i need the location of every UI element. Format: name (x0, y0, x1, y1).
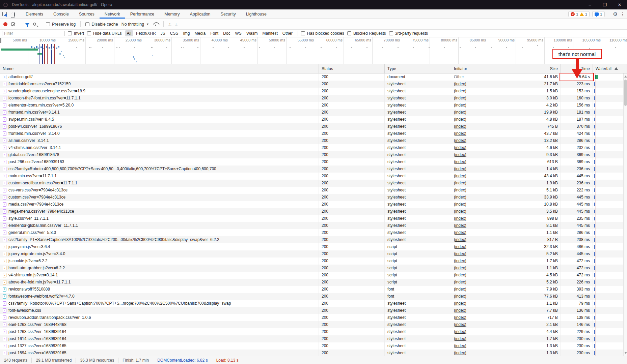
filter-chip-other[interactable]: Other (280, 30, 295, 36)
table-row[interactable]: ∕frontend.min.css?ver=3.14.0200styleshee… (0, 130, 627, 137)
initiator-link[interactable]: (index) (454, 158, 466, 165)
initiator-link[interactable]: (index) (454, 95, 466, 102)
table-row[interactable]: ∕post-94.css?ver=1689918676200stylesheet… (0, 123, 627, 130)
table-row[interactable]: ∕revolution.addon.transitionpack.css?ver… (0, 314, 627, 321)
column-header-waterfall[interactable]: Waterfall (593, 64, 627, 73)
filter-chip-img[interactable]: Img (181, 30, 192, 36)
sort-ascending-icon[interactable] (615, 67, 618, 70)
checkbox-icon[interactable] (301, 31, 305, 35)
table-row[interactable]: ∕formidableforms.css?ver=7152159200style… (0, 81, 627, 88)
table-row[interactable]: ∕css?family=PT+Sans+Caption%3A100%2C100i… (0, 236, 627, 243)
filter-chip-font[interactable]: Font (208, 30, 220, 36)
initiator-link[interactable]: (index) (454, 165, 466, 173)
initiator-link[interactable]: (index) (454, 123, 466, 130)
table-row[interactable]: ∕all.min.css?ver=3.14.1200stylesheet(ind… (0, 137, 627, 144)
table-row[interactable]: ∕elementor-icons.min.css?ver=5.20.0200st… (0, 102, 627, 109)
scroll-up-arrow-icon[interactable] (624, 75, 627, 78)
initiator-link[interactable]: (index) (454, 187, 466, 194)
disable-cache-checkbox[interactable]: Disable cache (85, 22, 118, 27)
column-header-size[interactable]: Size (516, 64, 561, 73)
initiator-link[interactable]: (index) (454, 151, 466, 158)
initiator-link[interactable]: (index) (454, 300, 466, 307)
initiator-link[interactable]: (index) (454, 293, 466, 300)
table-row[interactable]: ∕css?family=Roboto:400%7CPT+Sans+Caption… (0, 300, 627, 307)
table-row[interactable]: ∕icomoon-the7-font.min.css?ver=11.7.1.12… (0, 95, 627, 102)
table-row[interactable]: ∕mega-menu.css?ver=7984e4c313ce200styles… (0, 208, 627, 215)
table-row[interactable]: ∕wonderplugincarouselengine.css?ver=18.9… (0, 88, 627, 95)
table-row[interactable]: Trevicons.woff?5510888200font(index)7.9 … (0, 286, 627, 293)
initiator-link[interactable]: (index) (454, 307, 466, 314)
initiator-link[interactable]: (index) (454, 236, 466, 243)
clear-network-log-icon[interactable] (11, 22, 15, 26)
record-network-log-button[interactable] (3, 22, 7, 26)
table-row[interactable]: ∕css-vars.css?ver=7984e4c313ce200stylesh… (0, 187, 627, 194)
checkbox-icon[interactable] (347, 31, 351, 35)
initiator-link[interactable]: (index) (454, 222, 466, 229)
initiator-link[interactable]: (index) (454, 272, 466, 279)
close-button[interactable]: ✕ (612, 0, 627, 9)
console-errors-warnings-badge[interactable]: ✕ 1 1 (568, 11, 590, 17)
table-row[interactable]: ∕elementor-global.min.css?ver=11.7.1.120… (0, 222, 627, 229)
table-row[interactable]: ▪v4-shims.min.js?ver=3.14.1200script(ind… (0, 272, 627, 279)
initiator-link[interactable]: (index) (454, 194, 466, 201)
checkbox-icon[interactable] (389, 31, 393, 35)
table-row[interactable]: ∕eael-1263.css?ver=1689448468200styleshe… (0, 321, 627, 328)
settings-gear-icon[interactable]: ⚙ (613, 11, 618, 17)
tab-performance[interactable]: Performance (125, 9, 160, 19)
initiator-link[interactable]: (index) (454, 81, 466, 88)
table-row[interactable]: ∕post-1594.css?ver=1689939165200styleshe… (0, 350, 627, 356)
initiator-link[interactable]: (index) (454, 350, 466, 356)
tab-application[interactable]: Application (185, 9, 215, 19)
table-row[interactable]: ∕font-awesome.css200stylesheet(index)7.7… (0, 307, 627, 314)
column-header-name[interactable]: Name (0, 64, 319, 73)
initiator-link[interactable]: (index) (454, 208, 466, 215)
checkbox-icon[interactable] (87, 31, 91, 35)
overview-grab-handle[interactable] (0, 38, 1, 43)
table-row[interactable]: ∕post-1263.css?ver=1689939164200styleshe… (0, 328, 627, 335)
checkbox-icon[interactable] (85, 22, 89, 26)
initiator-link[interactable]: (index) (454, 335, 466, 342)
initiator-link[interactable]: (index) (454, 342, 466, 350)
initiator-link[interactable]: (index) (454, 328, 466, 335)
table-row[interactable]: ∕general.min.css?ver=5.8.3200stylesheet(… (0, 229, 627, 236)
filter-chip-ws[interactable]: WS (233, 30, 244, 36)
import-har-icon[interactable]: ↑ (168, 22, 171, 26)
tab-lighthouse[interactable]: Lighthouse (241, 9, 272, 19)
blocked-requests-checkbox[interactable]: Blocked Requests (347, 31, 386, 36)
tab-elements[interactable]: Elements (21, 9, 48, 19)
initiator-link[interactable]: (index) (454, 286, 466, 293)
filter-chip-fetchxhr[interactable]: Fetch/XHR (134, 30, 158, 36)
initiator-link[interactable]: (index) (454, 250, 466, 257)
initiator-link[interactable]: (index) (454, 279, 466, 286)
initiator-link[interactable]: (index) (454, 257, 466, 265)
table-row[interactable]: ∕media.css?ver=7984e4c313ce200stylesheet… (0, 201, 627, 208)
vertical-scrollbar[interactable] (623, 73, 627, 356)
table-row[interactable]: ▪jquery.min.js?ver=3.6.4200script(index)… (0, 243, 627, 250)
table-row[interactable]: ▪jquery-migrate.min.js?ver=3.4.0200scrip… (0, 250, 627, 257)
filter-funnel-icon[interactable] (25, 23, 30, 26)
initiator-link[interactable]: (index) (454, 314, 466, 321)
table-row[interactable]: ∕frontend.min.css?ver=3.14.1200styleshee… (0, 109, 627, 116)
table-row[interactable]: ▪handl-utm-grabber.js?ver=6.2.2200script… (0, 265, 627, 272)
filter-chip-js[interactable]: JS (159, 30, 167, 36)
initiator-link[interactable]: (index) (454, 116, 466, 123)
tab-console[interactable]: Console (48, 9, 74, 19)
table-row[interactable]: ∕custom.css?ver=7984e4c313ce200styleshee… (0, 194, 627, 201)
device-toolbar-icon[interactable] (9, 9, 18, 19)
minimize-button[interactable]: – (582, 0, 597, 9)
filter-chip-media[interactable]: Media (192, 30, 208, 36)
preserve-log-checkbox[interactable]: Preserve log (46, 22, 76, 27)
initiator-link[interactable]: (index) (454, 201, 466, 208)
table-row[interactable]: ≡atlantico-golf/200documentOther41.6 kB5… (0, 73, 627, 81)
throttling-select[interactable]: No throttling ▼ (121, 22, 149, 27)
filter-chip-manifest[interactable]: Manifest (260, 30, 279, 36)
third-party-requests-checkbox[interactable]: 3rd-party requests (389, 31, 428, 36)
tab-memory[interactable]: Memory (159, 9, 185, 19)
inspect-element-icon[interactable] (0, 9, 9, 19)
more-options-kebab-icon[interactable]: ⋮ (620, 11, 625, 17)
filter-input[interactable] (2, 31, 65, 36)
tab-network[interactable]: Network (100, 9, 125, 19)
restore-button[interactable]: ❐ (597, 0, 612, 9)
table-row[interactable]: ∕post-1327.css?ver=1689939165200styleshe… (0, 342, 627, 350)
table-row[interactable]: ▪js.cookie.js?ver=6.2.2200script(index)1… (0, 257, 627, 265)
